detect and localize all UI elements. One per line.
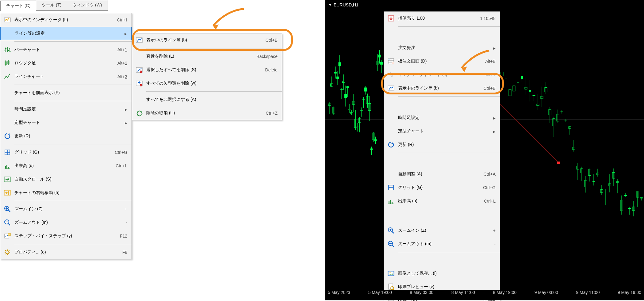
ctxmenu-refresh2[interactable]: 更新 (R) — [384, 138, 500, 151]
ctxmenu-volumes2[interactable]: 出来高 (u)Ctrl+L — [384, 194, 500, 208]
objects-submenu[interactable]: 表示中のライン等 (b)Ctrl+B直近を削除 (L)Backspace選択した… — [132, 33, 282, 120]
printprev-icon — [388, 284, 394, 290]
dom-icon — [388, 58, 394, 65]
timeaxis-label: 8 May 03:00 — [410, 290, 433, 295]
chartmenu-grid[interactable]: グリッド (G)Ctrl+G — [0, 146, 132, 159]
ctxmenu-timeframe2[interactable]: 時間足設定 — [384, 111, 500, 124]
menu-item-label: ロウソク足 — [14, 60, 108, 66]
chartmenu-shift[interactable]: チャートの右端移動 (h) — [0, 186, 132, 200]
barchart-icon — [4, 46, 11, 53]
menu-item-label: 定型チャート — [398, 128, 493, 134]
chart-canvas-area[interactable]: 指値売り 1.001.10548注文発注板注文画面 (D)Alt+Bワンクリック… — [325, 10, 644, 290]
menu-separator — [398, 96, 500, 110]
timeaxis-label: 9 May 11:00 — [576, 290, 600, 295]
ctxmenu-template2[interactable]: 定型チャート — [384, 124, 500, 138]
chart-title: EURUSD,H1 — [334, 2, 358, 7]
menu-item-label: 選択したすべてを削除 (S) — [146, 67, 256, 73]
menubar-window[interactable]: ウィンドウ (W) — [67, 0, 107, 10]
menu-item-label: チャートの右端移動 (h) — [14, 190, 118, 196]
ctxmenu-saveimg[interactable]: 画像として保存... (i) — [384, 267, 500, 280]
submenu-arrow-icon — [125, 120, 127, 125]
menu-item-shortcut: Ctrl+G — [105, 150, 127, 155]
menu-item-shortcut: Ctrl+L — [475, 199, 496, 204]
objects-submenu-undo[interactable]: 削除の取消 (U)Ctrl+Z — [132, 106, 282, 120]
chart-dropdown-menu[interactable]: 表示中のインディケータ (L)Ctrl+Iライン等の設定バーチャートAlt+1ロ… — [0, 13, 132, 259]
menu-item-shortcut: Ctrl+G — [474, 185, 496, 190]
chartmenu-line[interactable]: ラインチャートAlt+3 — [0, 70, 132, 83]
chartmenu-objects[interactable]: ライン等の設定 — [0, 27, 132, 40]
grid-icon — [388, 184, 394, 191]
menu-item-label: 時間足設定 — [398, 115, 493, 120]
menu-item-shortcut: Ctrl+A — [474, 172, 496, 177]
objects-submenu-unselect[interactable]: すべてを非選択にする (A) — [132, 93, 282, 106]
menu-item-label: ズームアウト (m) — [398, 241, 485, 247]
menu-item-shortcut: F12 — [111, 234, 127, 238]
menu-item-label: 板注文画面 (D) — [398, 59, 476, 64]
menu-separator — [398, 252, 500, 265]
menu-item-label: チャートを前面表示 (F) — [14, 90, 118, 96]
chartmenu-zoomin[interactable]: ズームイン (Z)+ — [0, 202, 132, 216]
zoomin-icon — [4, 206, 11, 212]
ctxmenu-grid2[interactable]: グリッド (G)Ctrl+G — [384, 181, 500, 194]
chartmenu-bar[interactable]: バーチャートAlt+1 — [0, 43, 132, 56]
chartmenu-props[interactable]: プロパティ... (o)F8 — [0, 246, 132, 259]
chartmenu-autoscroll[interactable]: 自動スクロール (S) — [0, 173, 132, 186]
menu-separator — [14, 41, 132, 42]
chartmenu-indicators[interactable]: 表示中のインディケータ (L)Ctrl+I — [0, 13, 132, 27]
ctxmenu-oneclick[interactable]: ワンクリックトレード (k)Alt+T — [384, 68, 500, 82]
menu-item-label: 出来高 (u) — [398, 198, 475, 204]
chartmenu-step[interactable]: ステップ・バイ・ステップ (y)F12 — [0, 229, 132, 243]
ctxmenu-autoscale[interactable]: 自動調整 (A)Ctrl+A — [384, 167, 500, 181]
menubar[interactable]: チャート (C) ツール (T) ウィンドウ (W) — [0, 0, 108, 11]
menu-item-label: 定型チャート — [14, 120, 125, 125]
ctxmenu-zoomin2[interactable]: ズームイン (Z)+ — [384, 224, 500, 237]
volumes-icon — [4, 162, 11, 169]
chartmenu-zoomout[interactable]: ズームアウト (m)- — [0, 216, 132, 229]
menu-item-label: ワンクリックトレード (k) — [398, 72, 476, 78]
delsel-icon — [136, 67, 143, 73]
timeaxis-label: 8 May 19:00 — [493, 290, 516, 295]
menu-item-label: 注文発注 — [398, 45, 493, 51]
objects-submenu-dellast[interactable]: 直近を削除 (L)Backspace — [132, 50, 282, 63]
objects-submenu-objlist[interactable]: 表示中のライン等 (b)Ctrl+B — [132, 33, 282, 47]
ctxmenu-objlist2[interactable]: 表示中のライン等 (b)Ctrl+B — [384, 82, 500, 95]
ctxmenu-zoomout2[interactable]: ズームアウト (m)- — [384, 237, 500, 251]
menubar-chart[interactable]: チャート (C) — [0, 1, 36, 11]
menu-item-shortcut: Alt+1 — [108, 47, 127, 52]
chartmenu-candle[interactable]: ロウソク足Alt+2 — [0, 56, 132, 70]
menu-item-shortcut: Ctrl+B — [474, 86, 496, 91]
submenu-arrow-icon — [125, 107, 127, 112]
menu-item-label: プロパティ... (o) — [14, 250, 113, 255]
menu-item-shortcut: Ctrl+B — [256, 38, 278, 43]
timeaxis-label: 9 May 19:00 — [618, 290, 641, 295]
ctxmenu-dom[interactable]: 板注文画面 (D)Alt+B — [384, 55, 500, 68]
menu-item-label: バーチャート — [14, 47, 108, 52]
chartmenu-timeframe[interactable]: 時間足設定 — [0, 102, 132, 116]
submenu-arrow-icon — [493, 129, 496, 134]
chartmenu-template[interactable]: 定型チャート — [0, 116, 132, 129]
menu-item-label: すべてを非選択にする (A) — [146, 97, 268, 102]
chartmenu-volumes[interactable]: 出来高 (u)Ctrl+L — [0, 159, 132, 173]
ctxmenu-selllimit[interactable]: 指値売り 1.001.10548 — [384, 12, 500, 25]
linechart-icon — [4, 73, 11, 80]
menu-item-shortcut: Delete — [256, 67, 278, 72]
ctxmenu-neworder[interactable]: 注文発注 — [384, 41, 500, 55]
menu-item-label: ライン等の設定 — [15, 31, 125, 36]
submenu-arrow-icon — [493, 45, 496, 50]
chartmenu-foreground[interactable]: チャートを前面表示 (F) — [0, 86, 132, 100]
menubar-tools[interactable]: ツール (T) — [36, 0, 67, 10]
chart-context-menu[interactable]: 指値売り 1.001.10548注文発注板注文画面 (D)Alt+Bワンクリック… — [384, 11, 500, 301]
objects-submenu-delarrows[interactable]: すべての矢印類を削除 (w) — [132, 77, 282, 90]
menu-item-label: 表示中のライン等 (b) — [398, 86, 474, 91]
annotation-arrow-left — [209, 7, 245, 32]
menu-item-label: ズームアウト (m) — [14, 220, 117, 225]
zoomout-icon — [4, 219, 11, 226]
menu-item-label: グリッド (G) — [14, 150, 105, 155]
chart-window[interactable]: ▼ EURUSD,H1 指値売り 1.001.10548注文発注板注文画面 (D… — [325, 0, 644, 300]
chartmenu-refresh[interactable]: 更新 (R) — [0, 129, 132, 143]
objects-submenu-delsel[interactable]: 選択したすべてを削除 (S)Delete — [132, 63, 282, 77]
refresh-icon — [4, 133, 11, 139]
submenu-arrow-icon — [125, 31, 127, 36]
shift-icon — [4, 189, 11, 196]
menu-item-label: 指値売り 1.00 — [398, 16, 471, 21]
